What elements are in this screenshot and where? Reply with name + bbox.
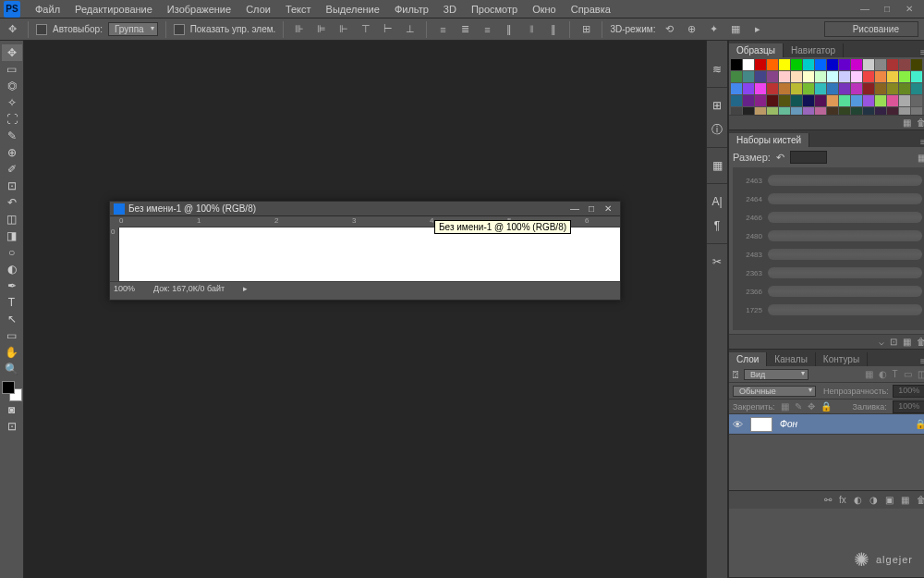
- swatch[interactable]: [779, 83, 790, 94]
- swatch[interactable]: [839, 107, 850, 115]
- swatch[interactable]: [815, 59, 826, 70]
- blend-mode-dropdown[interactable]: Обычные: [733, 386, 816, 397]
- swatch[interactable]: [815, 95, 826, 106]
- filter-adjust-icon[interactable]: ◐: [879, 369, 887, 379]
- heal-tool[interactable]: ⊕: [2, 144, 22, 161]
- brush-tool[interactable]: ✐: [2, 161, 22, 178]
- swatch[interactable]: [803, 95, 814, 106]
- new-layer-icon[interactable]: ▦: [901, 495, 909, 505]
- navigator-tab[interactable]: Навигатор: [784, 43, 844, 57]
- swatch[interactable]: [863, 95, 874, 106]
- show-controls-checkbox[interactable]: [174, 24, 185, 35]
- menu-layers[interactable]: Слои: [238, 4, 278, 15]
- menu-edit[interactable]: Редактирование: [67, 4, 160, 15]
- swatch[interactable]: [791, 83, 802, 94]
- brush-options-icon[interactable]: ⊡: [890, 337, 897, 347]
- swatch[interactable]: [779, 59, 790, 70]
- swatch[interactable]: [803, 83, 814, 94]
- autoselect-checkbox[interactable]: [36, 24, 47, 35]
- doc-size-info[interactable]: Док: 167,0К/0 байт: [153, 284, 225, 293]
- swatch[interactable]: [827, 59, 838, 70]
- layers-tab[interactable]: Слои: [729, 352, 767, 366]
- menu-text[interactable]: Текст: [278, 4, 319, 15]
- layer-style-icon[interactable]: fx: [839, 495, 846, 505]
- swatch[interactable]: [875, 95, 886, 106]
- distribute-icon[interactable]: ⫴: [523, 21, 540, 38]
- swatch[interactable]: [803, 107, 814, 115]
- distribute-icon[interactable]: ‖: [501, 21, 517, 38]
- menu-help[interactable]: Справка: [564, 4, 618, 15]
- filter-pixel-icon[interactable]: ▦: [865, 369, 873, 379]
- swatch[interactable]: [743, 59, 754, 70]
- swatch[interactable]: [731, 59, 742, 70]
- type-tool[interactable]: T: [2, 294, 22, 311]
- swatch[interactable]: [911, 59, 922, 70]
- swatch[interactable]: [875, 83, 886, 94]
- crop-tool[interactable]: ⛶: [2, 111, 22, 128]
- screenmode-tool[interactable]: ⊡: [2, 418, 22, 435]
- 3d-icon[interactable]: ▸: [749, 21, 766, 38]
- 3d-icon[interactable]: ✦: [705, 21, 722, 38]
- swatch[interactable]: [755, 95, 766, 106]
- swatch[interactable]: [791, 95, 802, 106]
- delete-brush-icon[interactable]: 🗑: [917, 337, 924, 347]
- swatch[interactable]: [839, 95, 850, 106]
- swatch[interactable]: [863, 59, 874, 70]
- group-icon[interactable]: ▣: [885, 495, 894, 505]
- swatch[interactable]: [767, 95, 778, 106]
- brush-preset[interactable]: 2480: [736, 227, 922, 245]
- panel-menu-icon[interactable]: ≡: [917, 137, 924, 147]
- layer-row[interactable]: 👁 Фон 🔒: [729, 414, 924, 435]
- distribute-icon[interactable]: ≣: [456, 21, 473, 38]
- swatch[interactable]: [731, 95, 742, 106]
- paragraph-icon[interactable]: ¶: [707, 215, 727, 236]
- menu-view[interactable]: Просмотр: [464, 4, 525, 15]
- swatch[interactable]: [899, 83, 910, 94]
- lock-pixels-icon[interactable]: ✎: [795, 401, 802, 412]
- move-tool[interactable]: ✥: [2, 44, 22, 61]
- document-window[interactable]: Без имени-1 @ 100% (RGB/8) — □ ✕ 0 1 2 3…: [109, 201, 621, 301]
- marquee-tool[interactable]: ▭: [2, 61, 22, 78]
- swatch[interactable]: [863, 107, 874, 115]
- brush-size-input[interactable]: [790, 151, 827, 164]
- swatch[interactable]: [887, 107, 898, 115]
- swatch[interactable]: [767, 107, 778, 115]
- align-icon[interactable]: ⊢: [380, 21, 396, 38]
- tool-presets-icon[interactable]: ✂: [707, 252, 727, 272]
- gradient-tool[interactable]: ◨: [2, 228, 22, 244]
- layer-thumbnail[interactable]: [750, 417, 772, 432]
- 3d-icon[interactable]: ⊕: [683, 21, 699, 38]
- distribute-icon[interactable]: ≡: [434, 21, 451, 38]
- document-titlebar[interactable]: Без имени-1 @ 100% (RGB/8) — □ ✕: [110, 202, 620, 216]
- brush-view-icon[interactable]: ⌵: [879, 337, 884, 347]
- info-icon[interactable]: ⓘ: [707, 119, 727, 140]
- swatch[interactable]: [899, 59, 910, 70]
- swatch[interactable]: [899, 95, 910, 106]
- swatch[interactable]: [791, 59, 802, 70]
- window-minimize[interactable]: —: [856, 3, 874, 16]
- swatch[interactable]: [767, 71, 778, 82]
- shape-tool[interactable]: ▭: [2, 327, 22, 344]
- swatch[interactable]: [887, 95, 898, 106]
- lock-all-icon[interactable]: 🔒: [821, 401, 832, 412]
- eraser-tool[interactable]: ◫: [2, 211, 22, 228]
- swatch[interactable]: [911, 107, 922, 115]
- swatch[interactable]: [851, 107, 862, 115]
- history-brush-tool[interactable]: ↶: [2, 194, 22, 211]
- workspace-dropdown[interactable]: Рисование: [824, 21, 918, 37]
- swatch[interactable]: [755, 107, 766, 115]
- 3d-icon[interactable]: ▦: [727, 21, 744, 38]
- blur-tool[interactable]: ○: [2, 244, 22, 261]
- brushes-tab[interactable]: Наборы кистей: [729, 133, 809, 147]
- doc-maximize[interactable]: □: [583, 203, 600, 214]
- panel-menu-icon[interactable]: ≡: [917, 356, 924, 366]
- 3d-icon[interactable]: ⟲: [661, 21, 677, 38]
- distribute-icon[interactable]: ‖: [545, 21, 562, 38]
- swatch[interactable]: [899, 107, 910, 115]
- align-icon[interactable]: ⊫: [313, 21, 330, 38]
- swatch[interactable]: [875, 107, 886, 115]
- dodge-tool[interactable]: ◐: [2, 261, 22, 277]
- swatch[interactable]: [731, 107, 742, 115]
- swatch[interactable]: [911, 83, 922, 94]
- swatch[interactable]: [731, 83, 742, 94]
